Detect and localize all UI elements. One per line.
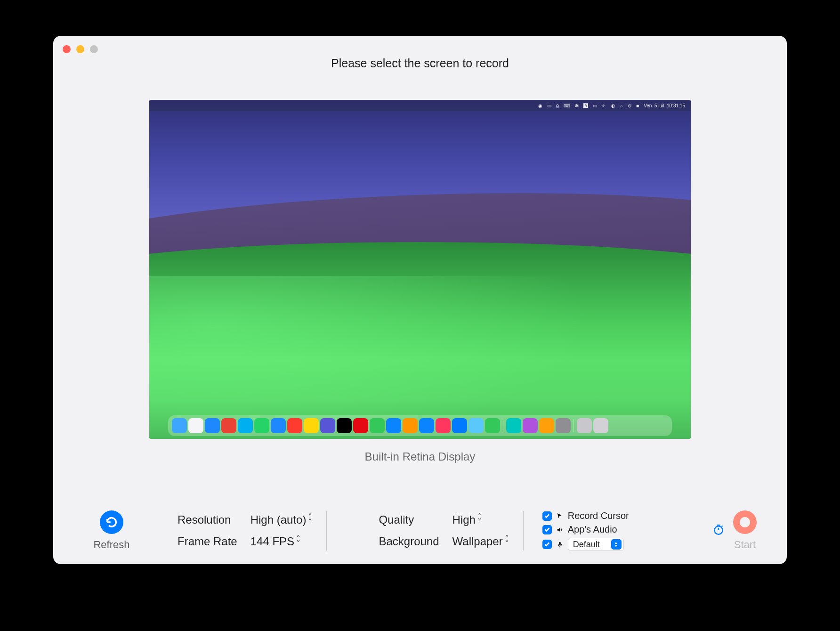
dock-app-icon bbox=[320, 418, 335, 433]
chevron-updown-icon: ˄˅ bbox=[296, 536, 300, 547]
start-button[interactable] bbox=[733, 510, 757, 534]
preview-area: ◉▭⎙⌨✽🅰▭ᯤ◐⌕⊙■ Ven. 5 juil. 10:31:15 Built… bbox=[53, 100, 787, 463]
framerate-label: Frame Rate bbox=[178, 535, 237, 548]
dock-app-icon bbox=[403, 418, 418, 433]
microphone-select[interactable]: Default ▴▾ bbox=[568, 538, 624, 551]
display-name: Built-in Retina Display bbox=[365, 450, 476, 463]
titlebar: Please select the screen to record bbox=[53, 36, 787, 62]
refresh-button[interactable] bbox=[100, 510, 123, 534]
chevron-updown-icon: ˄˅ bbox=[477, 515, 482, 525]
settings-grid-left: Resolution High (auto) ˄˅ Frame Rate 144… bbox=[178, 513, 312, 548]
apps-audio-label: App's Audio bbox=[568, 524, 617, 535]
dock-app-icon bbox=[238, 418, 253, 433]
speaker-icon bbox=[556, 526, 564, 533]
dock-app-icon bbox=[188, 418, 203, 433]
framerate-value: 144 FPS bbox=[250, 535, 294, 548]
dock-app-icon bbox=[485, 418, 500, 433]
apps-audio-row: App's Audio bbox=[542, 524, 629, 535]
dock-app-icon bbox=[523, 418, 538, 433]
preview-datetime: Ven. 5 juil. 10:31:15 bbox=[644, 103, 685, 108]
dock-app-icon bbox=[577, 418, 592, 433]
resolution-value: High (auto) bbox=[250, 513, 307, 526]
dock-app-icon bbox=[353, 418, 368, 433]
chevron-updown-icon: ˄˅ bbox=[308, 515, 312, 525]
traffic-lights bbox=[63, 45, 98, 53]
framerate-selector[interactable]: 144 FPS ˄˅ bbox=[250, 535, 313, 548]
dock-app-icon bbox=[506, 418, 521, 433]
checks-block: Record Cursor App's Audio Default ▴▾ bbox=[542, 510, 629, 551]
quality-value: High bbox=[452, 513, 476, 526]
screen-preview[interactable]: ◉▭⎙⌨✽🅰▭ᯤ◐⌕⊙■ Ven. 5 juil. 10:31:15 bbox=[149, 100, 691, 439]
preview-dock bbox=[168, 415, 672, 436]
apps-audio-checkbox[interactable] bbox=[542, 525, 552, 534]
start-block: Start bbox=[733, 510, 757, 551]
dock-app-icon bbox=[370, 418, 385, 433]
dock-app-icon bbox=[271, 418, 286, 433]
chevron-updown-icon: ˄˅ bbox=[505, 536, 509, 547]
right-block: Start bbox=[712, 510, 757, 551]
dock-app-icon bbox=[386, 418, 401, 433]
dock-app-icon bbox=[337, 418, 352, 433]
dock-app-icon bbox=[436, 418, 451, 433]
dock-app-icon bbox=[254, 418, 269, 433]
dock-app-icon bbox=[287, 418, 302, 433]
dock-app-icon bbox=[452, 418, 467, 433]
dock-app-icon bbox=[419, 418, 434, 433]
settings-grid-right: Quality High ˄˅ Background Wallpaper ˄˅ bbox=[379, 513, 509, 548]
svg-rect-0 bbox=[559, 542, 561, 545]
quality-label: Quality bbox=[379, 513, 439, 526]
record-cursor-row: Record Cursor bbox=[542, 510, 629, 521]
cursor-icon bbox=[556, 513, 564, 519]
preview-menubar-icons: ◉▭⎙⌨✽🅰▭ᯤ◐⌕⊙■ Ven. 5 juil. 10:31:15 bbox=[538, 103, 685, 108]
dock-app-icon bbox=[172, 418, 187, 433]
quality-selector[interactable]: High ˄˅ bbox=[452, 513, 509, 526]
start-label: Start bbox=[734, 539, 756, 551]
app-window: Please select the screen to record ◉▭⎙⌨✽… bbox=[53, 36, 787, 564]
microphone-row: Default ▴▾ bbox=[542, 538, 629, 551]
divider bbox=[523, 511, 524, 550]
microphone-selected: Default bbox=[573, 540, 600, 550]
record-icon bbox=[740, 517, 750, 527]
microphone-checkbox[interactable] bbox=[542, 540, 552, 549]
refresh-icon bbox=[105, 516, 118, 529]
dock-app-icon bbox=[593, 418, 608, 433]
timer-button[interactable] bbox=[712, 524, 725, 538]
minimize-button[interactable] bbox=[76, 45, 84, 53]
dock-app-icon bbox=[205, 418, 220, 433]
dock-app-icon bbox=[539, 418, 554, 433]
microphone-icon bbox=[556, 541, 564, 548]
dock-app-icon bbox=[468, 418, 484, 433]
window-title: Please select the screen to record bbox=[53, 57, 787, 70]
divider bbox=[326, 511, 327, 550]
refresh-label: Refresh bbox=[93, 539, 129, 551]
dock-app-icon bbox=[556, 418, 571, 433]
background-label: Background bbox=[379, 535, 439, 548]
resolution-selector[interactable]: High (auto) ˄˅ bbox=[250, 513, 313, 526]
resolution-label: Resolution bbox=[178, 513, 237, 526]
background-value: Wallpaper bbox=[452, 535, 503, 548]
preview-menubar: ◉▭⎙⌨✽🅰▭ᯤ◐⌕⊙■ Ven. 5 juil. 10:31:15 bbox=[149, 100, 691, 111]
record-cursor-label: Record Cursor bbox=[568, 510, 629, 521]
chevron-updown-icon: ▴▾ bbox=[611, 539, 622, 550]
dock-app-icon bbox=[221, 418, 236, 433]
background-selector[interactable]: Wallpaper ˄˅ bbox=[452, 535, 509, 548]
refresh-block: Refresh bbox=[83, 510, 140, 551]
dock-app-icon bbox=[304, 418, 319, 433]
controls-bar: Refresh Resolution High (auto) ˄˅ Frame … bbox=[53, 510, 787, 551]
record-cursor-checkbox[interactable] bbox=[542, 511, 552, 521]
close-button[interactable] bbox=[63, 45, 71, 53]
zoom-button[interactable] bbox=[90, 45, 98, 53]
